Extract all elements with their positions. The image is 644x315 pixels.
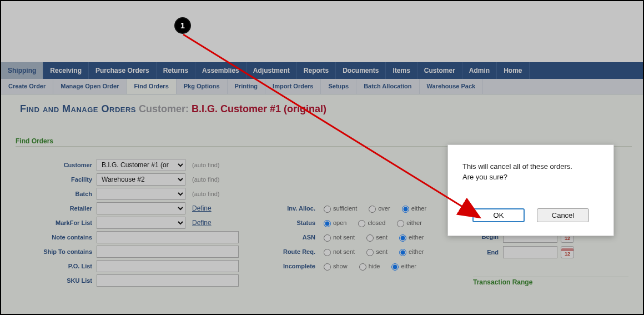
subnav-create-order[interactable]: Create Order — [1, 79, 53, 94]
transaction-range-title: Transaction Range — [473, 278, 532, 286]
page-title: Find and Manage Orders — [20, 103, 136, 114]
nav-tab-home[interactable]: Home — [497, 62, 529, 79]
incomplete-hide-radio[interactable] — [359, 263, 366, 271]
note-input[interactable] — [97, 231, 239, 243]
subnav-manage-open-order[interactable]: Manage Open Order — [53, 79, 127, 94]
sku-label: SKU List — [23, 277, 97, 284]
page-subtitle-customer: B.I.G. Customer #1 (original) — [192, 103, 326, 114]
subnav-warehouse-pack[interactable]: Warehouse Pack — [420, 79, 484, 94]
incomplete-show-radio[interactable] — [324, 263, 331, 271]
page-heading: Find and Manage Orders Customer: B.I.G. … — [12, 101, 632, 121]
subnav-find-orders[interactable]: Find Orders — [127, 79, 176, 94]
invalloc-either-radio[interactable] — [402, 206, 409, 213]
nav-tab-documents[interactable]: Documents — [336, 62, 386, 79]
customer-select[interactable]: B.I.G. Customer #1 (or — [97, 159, 185, 171]
annotation-badge-1: 1 — [174, 17, 191, 34]
customer-label: Customer — [23, 162, 97, 168]
subnav-pkg-options[interactable]: Pkg Options — [177, 79, 228, 94]
nav-tab-receiving[interactable]: Receiving — [43, 62, 89, 79]
nav-tab-adjustment[interactable]: Adjustment — [246, 62, 297, 79]
route-either-radio[interactable] — [399, 249, 406, 256]
confirm-dialog: This will cancel all of these orders. Ar… — [447, 144, 614, 236]
status-either-radio[interactable] — [397, 220, 404, 227]
sku-input[interactable] — [97, 274, 239, 287]
retailer-define-link[interactable]: Define — [192, 204, 212, 212]
asn-either-radio[interactable] — [399, 234, 406, 242]
subnav-import-orders[interactable]: Import Orders — [265, 79, 321, 94]
shipto-label: Ship To contains — [23, 248, 97, 255]
asn-notsent-radio[interactable] — [324, 234, 331, 242]
dialog-ok-button[interactable]: OK — [472, 208, 525, 222]
incomplete-label: Incomplete — [268, 263, 321, 269]
note-label: Note contains — [23, 234, 97, 241]
markfor-define-link[interactable]: Define — [192, 219, 212, 227]
main-nav: Shipping Receiving Purchase Orders Retur… — [1, 62, 643, 79]
customer-autofind: (auto find) — [192, 162, 220, 168]
nav-tab-shipping[interactable]: Shipping — [1, 62, 43, 79]
status-open-radio[interactable] — [324, 220, 331, 227]
invalloc-label: Inv. Alloc. — [268, 205, 321, 212]
radio-column: Inv. Alloc. sufficient over either Statu… — [268, 158, 456, 288]
subnav-batch-allocation[interactable]: Batch Allocation — [356, 79, 419, 94]
end-input[interactable] — [503, 246, 557, 258]
status-closed-radio[interactable] — [358, 220, 365, 227]
batch-autofind: (auto find) — [192, 191, 220, 197]
facility-autofind: (auto find) — [192, 176, 220, 183]
filter-column: Customer B.I.G. Customer #1 (or (auto fi… — [23, 158, 251, 288]
markfor-label: MarkFor List — [23, 219, 97, 226]
incomplete-either-radio[interactable] — [391, 263, 399, 271]
page-subtitle-label: Customer: — [139, 103, 189, 114]
po-input[interactable] — [97, 260, 239, 272]
nav-tab-reports[interactable]: Reports — [297, 62, 336, 79]
nav-tab-purchase-orders[interactable]: Purchase Orders — [89, 62, 157, 79]
nav-tab-customer[interactable]: Customer — [417, 62, 462, 79]
batch-label: Batch — [23, 191, 97, 197]
dialog-message-line2: Are you sure? — [462, 173, 507, 181]
invalloc-sufficient-radio[interactable] — [324, 206, 331, 213]
dialog-cancel-button[interactable]: Cancel — [537, 208, 589, 222]
end-calendar-icon[interactable]: 12 — [561, 246, 574, 258]
shipto-input[interactable] — [97, 246, 239, 258]
dialog-message-line1: This will cancel all of these orders. — [462, 162, 572, 171]
status-label: Status — [268, 219, 321, 226]
po-label: P.O. List — [23, 263, 97, 269]
nav-tab-items[interactable]: Items — [386, 62, 417, 79]
batch-select[interactable] — [97, 188, 185, 200]
retailer-label: Retailer — [23, 205, 97, 212]
subnav-printing[interactable]: Printing — [228, 79, 266, 94]
nav-tab-returns[interactable]: Returns — [157, 62, 195, 79]
markfor-select[interactable] — [97, 217, 185, 229]
nav-tab-assemblies[interactable]: Assemblies — [195, 62, 246, 79]
end-label: End — [473, 249, 503, 256]
route-sent-radio[interactable] — [366, 249, 374, 256]
nav-tab-admin[interactable]: Admin — [462, 62, 497, 79]
sub-nav: Create Order Manage Open Order Find Orde… — [1, 79, 643, 94]
asn-sent-radio[interactable] — [366, 234, 374, 242]
invalloc-over-radio[interactable] — [369, 206, 376, 213]
retailer-select[interactable] — [97, 202, 185, 214]
subnav-setups[interactable]: Setups — [321, 79, 356, 94]
asn-label: ASN — [268, 234, 321, 241]
route-label: Route Req. — [268, 248, 321, 255]
route-notsent-radio[interactable] — [324, 249, 331, 256]
facility-label: Facility — [23, 176, 97, 183]
facility-select[interactable]: Warehouse #2 — [97, 173, 185, 186]
